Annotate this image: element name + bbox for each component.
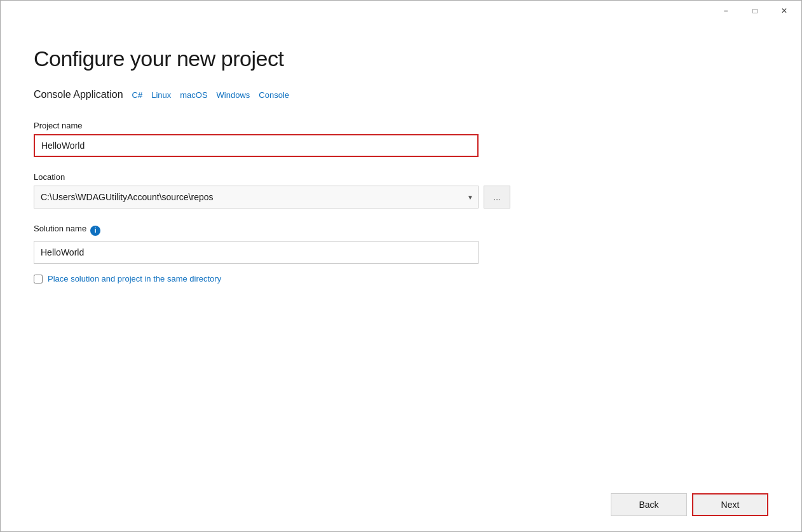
maximize-button[interactable]: □	[740, 1, 770, 21]
page-title: Configure your new project	[34, 46, 768, 71]
location-group: Location C:\Users\WDAGUtilityAccount\sou…	[34, 172, 768, 224]
same-directory-row: Place solution and project in the same d…	[34, 274, 768, 283]
title-bar: − □ ✕	[1, 1, 801, 21]
solution-name-group: Solution name i	[34, 224, 768, 274]
location-select[interactable]: C:\Users\WDAGUtilityAccount\source\repos	[34, 186, 479, 208]
solution-name-info-icon[interactable]: i	[90, 226, 100, 236]
tag-console[interactable]: Console	[259, 90, 289, 100]
main-content: Configure your new project Console Appli…	[1, 21, 801, 483]
app-name-label: Console Application	[34, 89, 123, 100]
next-button[interactable]: Next	[692, 493, 768, 516]
solution-name-label-row: Solution name i	[34, 224, 768, 237]
browse-button[interactable]: ...	[484, 186, 510, 208]
close-button[interactable]: ✕	[770, 1, 799, 21]
tag-macos[interactable]: macOS	[180, 90, 207, 100]
title-bar-buttons: − □ ✕	[711, 1, 799, 21]
solution-name-input[interactable]	[34, 241, 479, 264]
minimize-button[interactable]: −	[711, 1, 740, 21]
location-select-wrapper: C:\Users\WDAGUtilityAccount\source\repos…	[34, 186, 479, 208]
same-directory-label[interactable]: Place solution and project in the same d…	[48, 274, 221, 283]
solution-name-label: Solution name	[34, 224, 86, 233]
tag-linux[interactable]: Linux	[151, 90, 171, 100]
project-name-input[interactable]	[34, 134, 479, 157]
tag-csharp[interactable]: C#	[132, 90, 143, 100]
form-section: Project name Location C:\Users\WDAGUtili…	[34, 121, 768, 283]
main-window: − □ ✕ Configure your new project Console…	[0, 0, 802, 532]
project-name-label: Project name	[34, 121, 768, 130]
footer: Back Next	[1, 483, 801, 531]
subtitle-row: Console Application C# Linux macOS Windo…	[34, 89, 768, 100]
project-name-group: Project name	[34, 121, 768, 172]
location-row: C:\Users\WDAGUtilityAccount\source\repos…	[34, 186, 768, 208]
tag-windows[interactable]: Windows	[217, 90, 250, 100]
back-button[interactable]: Back	[611, 493, 687, 516]
location-label: Location	[34, 172, 768, 182]
same-directory-checkbox[interactable]	[34, 275, 43, 283]
